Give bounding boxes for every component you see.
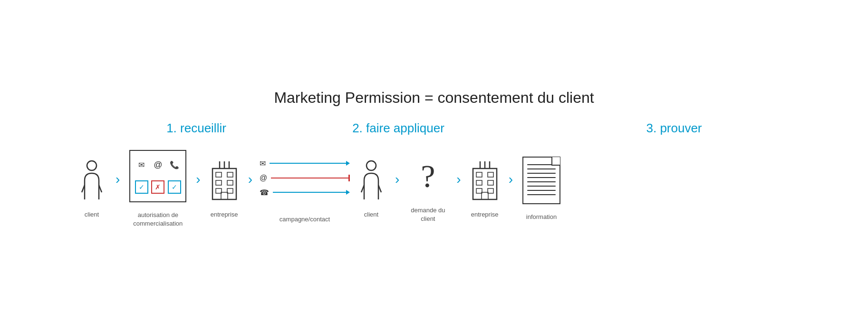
svg-point-15	[366, 161, 376, 170]
entreprise2-label: entreprise	[471, 210, 499, 219]
phone-arrow-row: ☎	[260, 188, 350, 197]
main-container: Marketing Permission = consentement du c…	[0, 89, 868, 228]
client1-label: client	[85, 210, 99, 219]
svg-rect-27	[488, 188, 493, 193]
mail-icon-small: ✉	[260, 159, 266, 168]
svg-rect-12	[216, 188, 222, 193]
entreprise1-label: entreprise	[211, 210, 238, 219]
building2-icon	[471, 159, 499, 202]
svg-rect-22	[476, 172, 482, 177]
mail-arrow-row: ✉	[260, 159, 350, 168]
client1-block: client	[73, 159, 111, 219]
form-box: ✉ @ 📞 ✓ ✗ ✓	[129, 150, 186, 202]
svg-rect-8	[216, 172, 222, 177]
chevron6: ›	[509, 172, 513, 187]
demande-block: ? demande du client	[404, 155, 452, 223]
svg-rect-28	[482, 192, 488, 199]
building1-icon	[210, 159, 239, 202]
document-icon	[522, 157, 560, 204]
question-mark: ?	[421, 155, 435, 198]
step3-heading-area: 3. prouver	[553, 121, 795, 145]
phone-icon-small: ☎	[260, 188, 269, 197]
campagne-block: ✉ @ ☎	[257, 154, 352, 224]
steps-headings: 1. recueillir 2. faire appliquer 3. prou…	[35, 121, 833, 145]
step1-heading-area: 1. recueillir	[158, 121, 234, 145]
step2-heading-area: 2. faire appliquer	[348, 121, 448, 145]
svg-point-0	[87, 161, 96, 170]
campagne-label: campagne/contact	[280, 215, 330, 224]
svg-rect-23	[488, 172, 493, 177]
svg-rect-13	[227, 188, 233, 193]
demande-label: demande du client	[404, 206, 452, 223]
svg-rect-24	[476, 180, 482, 185]
step2-label: 2. faire appliquer	[352, 121, 444, 136]
svg-rect-11	[227, 180, 233, 185]
step1-label: 1. recueillir	[166, 121, 226, 136]
chevron3: ›	[248, 172, 252, 187]
main-title: Marketing Permission = consentement du c…	[274, 89, 594, 107]
svg-rect-25	[488, 180, 493, 185]
chevron4: ›	[395, 172, 399, 187]
icons-row: client › ✉ @ 📞 ✓ ✗ ✓ autorisation decomm…	[35, 150, 833, 228]
svg-rect-9	[227, 172, 233, 177]
entreprise1-block: entreprise	[205, 159, 243, 219]
autorisation-block: ✉ @ 📞 ✓ ✗ ✓ autorisation decommercialisa…	[125, 150, 191, 228]
autorisation-label: autorisation decommercialisation	[133, 211, 183, 228]
chevron1: ›	[116, 172, 120, 187]
at-icon-small: @	[260, 174, 267, 182]
chevron2: ›	[196, 172, 200, 187]
svg-rect-10	[216, 180, 222, 185]
person2-icon	[359, 159, 383, 202]
campaign-arrows: ✉ @ ☎	[260, 154, 350, 207]
svg-rect-14	[221, 192, 228, 199]
information-block: information	[518, 157, 565, 221]
chevron5: ›	[456, 172, 461, 187]
client2-label: client	[364, 210, 378, 219]
step3-label: 3. prouver	[646, 121, 702, 136]
client2-block: client	[352, 159, 390, 219]
svg-rect-26	[476, 188, 482, 193]
information-label: information	[526, 213, 557, 221]
at-arrow-row: @	[260, 174, 350, 182]
person-icon	[80, 159, 104, 202]
entreprise2-block: entreprise	[466, 159, 504, 219]
